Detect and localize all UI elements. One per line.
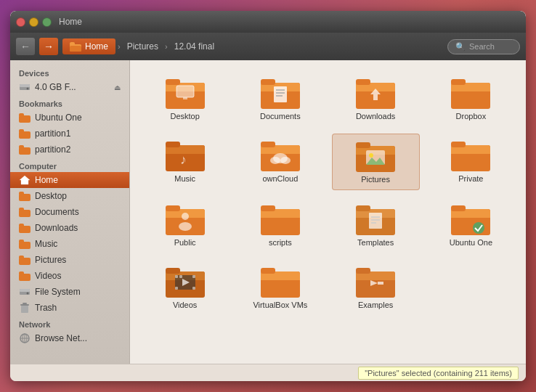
back-button[interactable]: ← <box>16 38 35 55</box>
sidebar-item-ubuntu-one[interactable]: Ubuntu One <box>10 110 129 126</box>
templates-file-label: Templates <box>357 238 394 247</box>
sidebar-item-music[interactable]: Music <box>10 236 129 252</box>
close-button[interactable] <box>16 17 25 27</box>
sidebar-item-pictures[interactable]: Pictures <box>10 252 129 268</box>
virtualbox-file-label: VirtualBox VMs <box>253 301 307 309</box>
svg-rect-7 <box>19 113 24 117</box>
file-item-music[interactable]: ♪ Music <box>141 134 229 190</box>
sidebar-item-videos[interactable]: Videos <box>10 268 129 284</box>
file-item-virtualbox[interactable]: VirtualBox VMs <box>236 260 324 315</box>
file-item-ubuntu-one[interactable]: Ubuntu One <box>427 197 515 253</box>
file-item-examples[interactable]: Examples <box>332 260 420 315</box>
file-item-public[interactable]: Public <box>141 197 229 253</box>
downloads-folder-icon-large <box>356 77 395 109</box>
owncloud-file-label: ownCloud <box>262 174 298 183</box>
breadcrumb: Home › Pictures › 12.04 final <box>62 38 443 54</box>
sidebar-item-desktop[interactable]: Desktop <box>10 188 129 204</box>
svg-rect-117 <box>261 280 300 285</box>
svg-rect-61 <box>166 142 180 147</box>
hdd-icon <box>19 81 31 93</box>
file-item-templates[interactable]: Templates <box>332 197 420 253</box>
sidebar-item-hdd[interactable]: 4.0 GB F... ⏏ <box>10 79 129 95</box>
file-item-owncloud[interactable]: ownCloud <box>236 134 324 190</box>
section-computer: Computer <box>10 158 129 172</box>
pictures-folder-icon <box>19 254 31 266</box>
titlebar: Home <box>10 11 526 33</box>
private-folder-icon-large <box>451 139 490 171</box>
ubuntu-one-folder-icon <box>19 112 31 123</box>
breadcrumb-sep-1: › <box>115 42 123 51</box>
svg-rect-94 <box>356 205 370 211</box>
sidebar: Devices 4.0 GB F... ⏏ Bookmarks Ubuntu O… <box>10 60 130 364</box>
sidebar-item-downloads[interactable]: Downloads <box>10 220 129 236</box>
breadcrumb-home[interactable]: Home <box>62 38 115 54</box>
sidebar-item-trash[interactable]: Trash <box>10 300 129 316</box>
svg-point-85 <box>182 213 189 220</box>
svg-rect-29 <box>20 304 29 306</box>
file-item-videos[interactable]: Videos <box>141 260 229 315</box>
section-bookmarks: Bookmarks <box>10 95 129 110</box>
search-box[interactable]: 🔍 Search <box>447 39 520 54</box>
svg-rect-79 <box>451 154 490 158</box>
ubuntu-one-file-label: Ubuntu One <box>450 238 492 247</box>
documents-file-label: Documents <box>260 112 301 121</box>
desktop-label: Desktop <box>35 191 67 201</box>
templates-folder-icon-large <box>356 203 395 235</box>
svg-rect-16 <box>19 208 24 211</box>
file-item-private[interactable]: Private <box>427 134 515 190</box>
svg-rect-95 <box>369 213 382 229</box>
filesystem-icon <box>19 286 31 298</box>
toolbar: ← → Home › Pictures › 12.04 final 🔍 Sear… <box>10 33 526 60</box>
eject-button[interactable]: ⏏ <box>114 83 121 91</box>
scripts-file-label: scripts <box>269 238 292 247</box>
examples-folder-icon-large <box>356 266 395 298</box>
svg-rect-56 <box>451 91 490 96</box>
svg-rect-39 <box>176 86 194 97</box>
private-file-label: Private <box>458 174 483 183</box>
file-item-scripts[interactable]: scripts <box>236 197 324 253</box>
file-item-dropbox[interactable]: Dropbox <box>427 71 515 126</box>
svg-rect-113 <box>192 287 195 290</box>
svg-rect-73 <box>356 142 370 148</box>
main-content: Devices 4.0 GB F... ⏏ Bookmarks Ubuntu O… <box>10 60 526 364</box>
status-text: "Pictures" selected (containing 211 item… <box>358 367 519 380</box>
file-item-pictures[interactable]: Pictures <box>332 134 420 190</box>
home-icon <box>19 174 31 186</box>
svg-text:♪: ♪ <box>180 152 187 167</box>
svg-rect-2 <box>70 42 75 46</box>
svg-rect-109 <box>175 275 178 278</box>
downloads-label: Downloads <box>35 223 78 233</box>
maximize-button[interactable] <box>42 17 52 27</box>
file-item-documents[interactable]: Documents <box>236 71 324 126</box>
partition1-label: partition1 <box>35 128 70 139</box>
scripts-folder-icon-large <box>261 203 300 235</box>
forward-button[interactable]: → <box>39 38 58 55</box>
sidebar-item-browse-net[interactable]: Browse Net... <box>10 330 129 346</box>
file-item-desktop[interactable]: Desktop <box>141 71 229 126</box>
section-network: Network <box>10 316 129 330</box>
sidebar-item-filesystem[interactable]: File System <box>10 284 129 300</box>
svg-point-69 <box>280 157 291 164</box>
sidebar-item-partition2[interactable]: partition2 <box>10 142 129 158</box>
breadcrumb-pictures[interactable]: Pictures <box>123 38 163 54</box>
svg-rect-22 <box>19 256 24 259</box>
videos-label: Videos <box>35 271 61 281</box>
ubuntuone-folder-icon-large <box>451 203 490 235</box>
statusbar: "Pictures" selected (containing 211 item… <box>10 364 526 381</box>
svg-point-75 <box>369 153 373 158</box>
sidebar-item-partition1[interactable]: partition1 <box>10 126 129 142</box>
search-label: Search <box>469 42 495 51</box>
minimize-button[interactable] <box>29 17 38 27</box>
desktop-folder-icon-large <box>166 77 205 109</box>
svg-point-103 <box>473 222 484 234</box>
sidebar-item-documents[interactable]: Documents <box>10 204 129 220</box>
svg-marker-12 <box>20 176 30 184</box>
pictures-folder-icon-large <box>356 140 395 172</box>
breadcrumb-final[interactable]: 12.04 final <box>170 38 219 54</box>
videos-file-label: Videos <box>173 301 197 309</box>
file-item-downloads[interactable]: Downloads <box>332 71 420 126</box>
svg-rect-45 <box>274 86 287 102</box>
sidebar-item-home[interactable]: Home <box>10 172 129 188</box>
browse-net-label: Browse Net... <box>35 333 87 343</box>
svg-rect-9 <box>19 129 24 133</box>
